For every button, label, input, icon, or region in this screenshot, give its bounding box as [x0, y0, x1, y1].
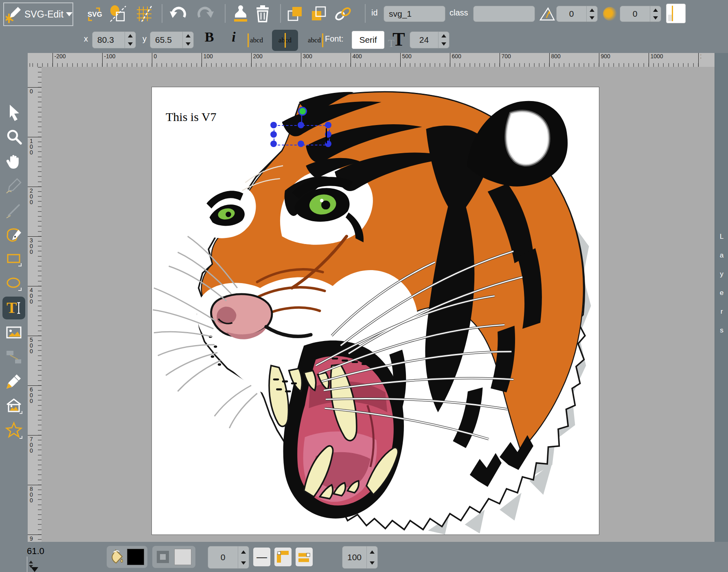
- tool-zoom[interactable]: [2, 125, 25, 148]
- opacity-field[interactable]: 100: [342, 546, 378, 569]
- font-size-spinner[interactable]: [438, 32, 449, 48]
- tool-star[interactable]: [2, 419, 25, 442]
- ruler-label: 100: [202, 53, 213, 67]
- tool-ellipse[interactable]: [2, 272, 25, 295]
- text-tool-icon: T: [5, 299, 23, 317]
- tools-panel: T: [0, 53, 28, 542]
- ruler-label: 2 0 0: [28, 187, 42, 205]
- y-spinner[interactable]: [182, 32, 193, 48]
- rotate-handle[interactable]: [298, 107, 307, 116]
- delete-button[interactable]: [252, 3, 273, 24]
- align-left-button[interactable]: abcd: [248, 32, 270, 49]
- main-toolbar: SVG-Edit SVG: [0, 0, 728, 26]
- paint-bucket-icon: [108, 548, 125, 565]
- y-position-field[interactable]: 65.5: [150, 31, 194, 48]
- resize-handle-s[interactable]: [298, 141, 304, 147]
- x-label: x: [84, 34, 88, 44]
- ruler-label: 400: [351, 53, 362, 67]
- canvas-text-element[interactable]: This is V7: [166, 110, 216, 124]
- angle-field[interactable]: 0: [556, 6, 598, 22]
- tool-path[interactable]: [2, 223, 25, 246]
- pencil-icon: [5, 177, 23, 195]
- line-icon: [5, 201, 23, 219]
- move-top-button[interactable]: [285, 3, 305, 24]
- align-right-button[interactable]: abcd: [301, 32, 323, 49]
- x-spinner[interactable]: [125, 32, 136, 48]
- tool-rect[interactable]: [2, 248, 25, 271]
- redo-button[interactable]: [195, 3, 216, 24]
- linecap-button[interactable]: [296, 548, 313, 566]
- ruler-label: 6 0 0: [28, 385, 42, 404]
- fill-color-control[interactable]: [107, 546, 147, 568]
- tool-eyedropper[interactable]: [2, 370, 25, 393]
- tool-pan[interactable]: [2, 150, 25, 173]
- tool-connector[interactable]: [2, 345, 25, 368]
- logo-icon: [6, 5, 22, 23]
- resize-handle-w[interactable]: [270, 131, 277, 138]
- ruler-label: 5 0 0: [28, 336, 42, 354]
- angle-spinner[interactable]: [586, 6, 597, 22]
- grid-button[interactable]: [134, 4, 154, 24]
- make-link-button[interactable]: [332, 3, 354, 24]
- undo-button[interactable]: [168, 3, 189, 24]
- resize-handle-n[interactable]: [298, 122, 304, 128]
- stroke-width-field[interactable]: 0: [208, 546, 249, 569]
- blur-spinner[interactable]: [650, 6, 661, 22]
- stroke-width-value: 0: [208, 552, 238, 562]
- stroke-dash-value: —: [257, 551, 267, 563]
- ruler-label: -100: [102, 53, 116, 67]
- clone-button[interactable]: [230, 3, 251, 24]
- vertical-ruler: 01 0 02 0 03 0 04 0 05 0 06 0 07 0 08 0 …: [28, 67, 42, 542]
- source-editor-button[interactable]: SVG: [86, 4, 105, 24]
- resize-handle-ne[interactable]: [325, 122, 331, 128]
- opacity-spinner[interactable]: [366, 546, 377, 568]
- ruler-label: 8 0 0: [28, 485, 42, 503]
- layers-panel-toggle[interactable]: L a y e r s: [715, 53, 728, 542]
- ruler-label: -200: [53, 53, 66, 67]
- font-size-icon: T T: [387, 29, 408, 51]
- tool-image[interactable]: [2, 321, 25, 344]
- ruler-label: 600: [450, 53, 461, 67]
- tool-line[interactable]: [2, 199, 25, 222]
- x-position-field[interactable]: 80.3: [92, 31, 136, 48]
- italic-button[interactable]: i: [226, 29, 241, 49]
- font-family-button[interactable]: Serif: [352, 31, 384, 49]
- toolbar-separator: [280, 4, 281, 23]
- move-bottom-button[interactable]: [309, 3, 329, 24]
- svg-canvas[interactable]: This is V7: [151, 87, 599, 535]
- blur-field[interactable]: 0: [620, 6, 661, 22]
- layers-panel-label: L a y e r s: [715, 227, 728, 340]
- wireframe-button[interactable]: [108, 4, 128, 24]
- menu-dropdown-icon: [66, 12, 72, 16]
- background-swatch-button[interactable]: [666, 4, 686, 23]
- svg-edit-app: { "menu": { "logo_label": "SVG-Edit" }, …: [0, 0, 728, 572]
- ruler-label: 0: [152, 53, 157, 67]
- stroke-width-spinner[interactable]: [238, 546, 249, 568]
- font-size-field[interactable]: 24: [410, 31, 450, 48]
- align-center-button[interactable]: abcd: [272, 30, 298, 51]
- stroke-color-control[interactable]: [152, 546, 195, 568]
- trash-icon: [252, 3, 273, 24]
- resize-handle-nw[interactable]: [270, 122, 277, 128]
- main-menu-button[interactable]: SVG-Edit: [3, 2, 73, 26]
- tool-text[interactable]: T: [2, 297, 25, 319]
- tool-library[interactable]: [2, 394, 25, 417]
- tool-select[interactable]: [2, 101, 25, 124]
- workarea[interactable]: This is V7: [42, 67, 715, 542]
- element-class-field[interactable]: [473, 6, 535, 22]
- stroke-dash-button[interactable]: —: [253, 548, 270, 566]
- zoom-value: 61.0: [27, 546, 47, 556]
- bold-button[interactable]: B: [200, 29, 218, 49]
- element-id-field[interactable]: svg_1: [384, 6, 445, 22]
- connector-icon: [5, 348, 23, 366]
- linejoin-button[interactable]: [274, 548, 292, 566]
- resize-handle-sw[interactable]: [270, 141, 277, 147]
- stroke-color-swatch[interactable]: [174, 549, 191, 565]
- tool-pencil[interactable]: [2, 174, 25, 197]
- ruler-label: 1000: [649, 53, 663, 67]
- svg-text:T: T: [7, 299, 17, 316]
- text-caret: [326, 128, 327, 143]
- fill-color-swatch[interactable]: [127, 549, 144, 565]
- zoom-control[interactable]: 61.0: [27, 546, 103, 568]
- zoom-dropdown-icon[interactable]: [31, 567, 38, 572]
